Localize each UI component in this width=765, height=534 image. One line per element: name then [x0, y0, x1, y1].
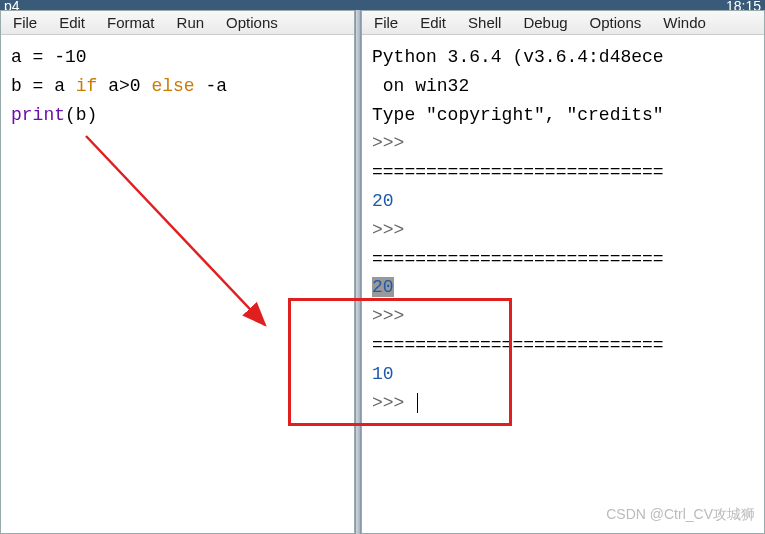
shell-prompt: >>> — [372, 393, 404, 413]
code-editor[interactable]: a = -10 b = a if a>0 else -a print(b) — [1, 35, 354, 533]
menu-options[interactable]: Options — [580, 13, 652, 32]
shell-version: Python 3.6.4 (v3.6.4:d48ece — [372, 47, 664, 67]
menu-edit[interactable]: Edit — [49, 13, 95, 32]
code-text: a>0 — [97, 76, 151, 96]
shell-prompt: >>> — [372, 306, 404, 326]
menu-options[interactable]: Options — [216, 13, 288, 32]
shell-prompt: >>> — [372, 133, 404, 153]
separator: =========================== — [372, 249, 664, 269]
menu-format[interactable]: Format — [97, 13, 165, 32]
shell-pane: File Edit Shell Debug Options Windo Pyth… — [361, 10, 765, 534]
separator: =========================== — [372, 162, 664, 182]
output-value-3: 10 — [372, 364, 394, 384]
shell-prompt: >>> — [372, 220, 404, 240]
code-text: b = a — [11, 76, 76, 96]
menu-shell[interactable]: Shell — [458, 13, 511, 32]
output-value-2: 20 — [372, 277, 394, 297]
shell-menu-bar: File Edit Shell Debug Options Windo — [362, 11, 764, 35]
code-line-1: a = -10 — [11, 47, 87, 67]
menu-file[interactable]: File — [364, 13, 408, 32]
builtin-print: print — [11, 105, 65, 125]
editor-menu-bar: File Edit Format Run Options — [1, 11, 354, 35]
code-line-3: print(b) — [11, 105, 97, 125]
code-line-2: b = a if a>0 else -a — [11, 76, 227, 96]
shell-type-line: Type "copyright", "credits" — [372, 105, 664, 125]
menu-run[interactable]: Run — [167, 13, 215, 32]
shell-output[interactable]: Python 3.6.4 (v3.6.4:d48ece on win32 Typ… — [362, 35, 764, 533]
code-text: (b) — [65, 105, 97, 125]
keyword-else: else — [151, 76, 194, 96]
title-bar — [0, 0, 765, 10]
menu-window[interactable]: Windo — [653, 13, 716, 32]
output-value-1: 20 — [372, 191, 394, 211]
text-cursor — [417, 393, 418, 413]
editor-pane: File Edit Format Run Options a = -10 b =… — [0, 10, 355, 534]
menu-file[interactable]: File — [3, 13, 47, 32]
code-text: a = — [11, 47, 54, 67]
menu-edit[interactable]: Edit — [410, 13, 456, 32]
code-number: -10 — [54, 47, 86, 67]
keyword-if: if — [76, 76, 98, 96]
separator: =========================== — [372, 335, 664, 355]
menu-debug[interactable]: Debug — [513, 13, 577, 32]
shell-platform: on win32 — [372, 76, 469, 96]
code-text: -a — [195, 76, 227, 96]
